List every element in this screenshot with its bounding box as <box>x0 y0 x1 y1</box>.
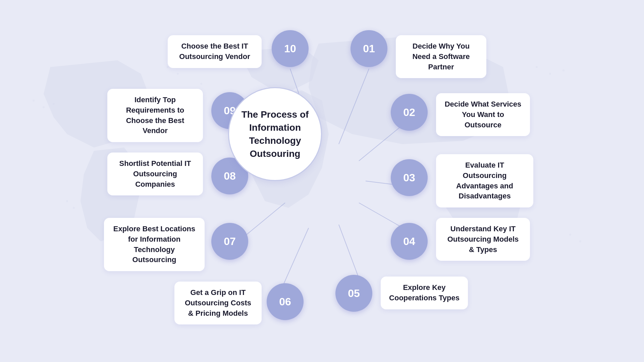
step-07-label: Explore Best Locations for Information T… <box>104 218 205 271</box>
step-07-circle: 07 <box>211 223 248 260</box>
step-10-circle: 10 <box>272 30 309 67</box>
svg-line-13 <box>339 69 369 144</box>
step-04-label: Understand Key IT Outsourcing Models & T… <box>436 218 530 261</box>
step-05-circle: 05 <box>335 275 372 312</box>
step-04-circle: 04 <box>391 223 428 260</box>
step-03-label: Evaluate IT Outsourcing Advantages and D… <box>436 154 533 207</box>
step-03-circle: 03 <box>391 159 428 196</box>
step-06-label: Get a Grip on IT Outsourcing Costs & Pri… <box>174 282 262 324</box>
center-title: The Process of Information Technology Ou… <box>229 105 321 164</box>
step-02-label: Decide What Services You Want to Outsour… <box>436 93 530 136</box>
svg-line-17 <box>339 225 359 278</box>
step-10-label: Choose the Best IT Outsourcing Vendor <box>168 35 262 68</box>
svg-line-19 <box>247 203 285 235</box>
svg-line-14 <box>359 122 406 161</box>
svg-line-18 <box>282 228 309 288</box>
step-05-label: Explore Key Cooperations Types <box>381 277 468 309</box>
step-01-label: Decide Why You Need a Software Partner <box>396 35 486 78</box>
step-01-circle: 01 <box>351 30 387 67</box>
diagram: The Process of Information Technology Ou… <box>37 17 607 345</box>
step-06-circle: 06 <box>267 283 304 320</box>
center-circle: The Process of Information Technology Ou… <box>228 87 322 181</box>
step-08-label: Shortlist Potential IT Outsourcing Compa… <box>107 153 203 195</box>
step-02-circle: 02 <box>391 94 428 131</box>
diagram-container: The Process of Information Technology Ou… <box>0 0 644 362</box>
step-09-label: Identify Top Requirements to Choose the … <box>107 89 203 142</box>
